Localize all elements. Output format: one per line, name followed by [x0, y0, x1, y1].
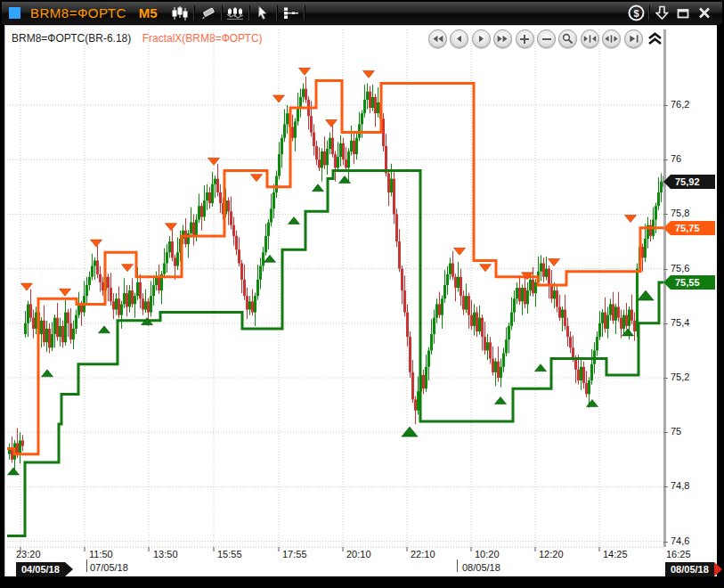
- candle-body: [64, 313, 67, 343]
- candlestick: [91, 254, 94, 281]
- collapse-toolbar-button[interactable]: [647, 32, 663, 45]
- instrument-label: BRM8=ФОРТС(BR-6.18): [12, 32, 131, 45]
- compress-horizontal-button[interactable]: [581, 29, 599, 48]
- scroll-to-end-button[interactable]: [624, 29, 643, 48]
- candlestick: [569, 331, 572, 353]
- candlestick: [176, 237, 179, 270]
- x-axis-time-label: 12:20: [539, 549, 564, 559]
- candlestick: [347, 148, 350, 181]
- candlestick: [195, 214, 198, 241]
- dollar-icon[interactable]: $: [625, 4, 647, 23]
- date-badge-text: 08/05/18: [665, 562, 714, 576]
- app-icon: [9, 7, 20, 19]
- x-axis-date-label: 07/05/18: [90, 562, 128, 573]
- candlestick: [443, 270, 446, 303]
- price-plot[interactable]: [7, 29, 663, 551]
- candlestick: [622, 310, 625, 335]
- candle-body: [518, 288, 521, 301]
- candlestick: [216, 164, 219, 197]
- candlestick: [139, 274, 142, 308]
- chart-toolbar: [168, 2, 306, 24]
- candle-body: [136, 282, 139, 296]
- candlestick: [51, 322, 53, 351]
- y-axis-tick: [663, 432, 668, 433]
- candlestick: [337, 142, 339, 172]
- y-axis-tick: [663, 159, 668, 160]
- candlestick: [56, 303, 59, 341]
- candle-body: [655, 206, 657, 219]
- candle-body: [67, 313, 69, 323]
- candlestick: [155, 272, 158, 290]
- candle-body: [24, 323, 27, 334]
- candlestick: [411, 360, 414, 403]
- candle-body: [449, 263, 451, 274]
- candlestick: [248, 296, 251, 314]
- candle-body: [377, 102, 379, 113]
- candlestick-chart-icon[interactable]: [168, 4, 191, 23]
- candlestick: [363, 85, 366, 118]
- restore-icon[interactable]: [672, 4, 694, 23]
- fractal-marker-down: [549, 259, 560, 266]
- cursor-icon[interactable]: [251, 4, 274, 23]
- candlestick: [48, 323, 51, 354]
- candlestick: [398, 229, 401, 272]
- candlestick: [238, 237, 240, 266]
- candle-body: [542, 263, 545, 276]
- x-axis-time-label: 16:25: [666, 549, 691, 559]
- fractal-marker-up: [587, 399, 598, 406]
- candle-body: [29, 304, 32, 317]
- candle-body: [489, 342, 492, 358]
- candlestick: [406, 304, 409, 346]
- scroll-right-button[interactable]: [472, 29, 491, 48]
- candle-body: [473, 313, 476, 326]
- candlestick: [168, 236, 171, 257]
- candle-body: [363, 100, 366, 113]
- candle-body: [406, 313, 409, 338]
- candlestick: [433, 310, 435, 344]
- title-bar[interactable]: BRM8=ФОРТС М5 $: [2, 2, 722, 24]
- candle-body: [548, 269, 550, 285]
- candlestick: [508, 323, 510, 353]
- candle-body: [443, 285, 446, 298]
- zoom-in-button[interactable]: [516, 29, 534, 48]
- chart-window: BRM8=ФОРТС М5 $ BRM8=ФОРТС(BR-6.18) Frac…: [0, 0, 724, 588]
- candle-body: [569, 337, 572, 347]
- candle-body: [59, 326, 61, 337]
- candle-body: [387, 174, 390, 192]
- fractal-marker-down: [91, 240, 102, 247]
- download-arrow-icon[interactable]: [651, 4, 672, 23]
- candlestick: [614, 304, 617, 334]
- candle-body: [208, 192, 211, 203]
- scroll-fast-left-button[interactable]: [428, 29, 447, 48]
- candle-body: [574, 359, 577, 370]
- fractal-marker-down: [480, 265, 492, 272]
- y-axis-label: 75,2: [671, 372, 689, 382]
- close-icon[interactable]: [694, 4, 715, 23]
- candlestick: [449, 257, 451, 279]
- candlestick: [358, 112, 361, 142]
- candle-body: [326, 149, 329, 165]
- candle-body: [521, 288, 524, 301]
- candle-body: [532, 280, 534, 293]
- candlestick: [243, 265, 246, 300]
- x-axis-time-label: 10:20: [475, 549, 500, 559]
- candle-body: [441, 298, 443, 314]
- indicator-levels-icon[interactable]: [279, 4, 302, 23]
- zoom-out-button[interactable]: [537, 29, 556, 48]
- candle-body: [604, 313, 606, 329]
- candlestick: [313, 124, 315, 155]
- candle-body: [390, 179, 393, 192]
- candle-body: [462, 296, 465, 309]
- candle-body: [644, 239, 647, 257]
- fractal-marker-down: [326, 119, 338, 127]
- candlestick: [430, 319, 433, 355]
- candle-body: [321, 151, 323, 167]
- pencil-icon[interactable]: [196, 4, 219, 23]
- volume-profile-icon[interactable]: [224, 4, 247, 23]
- candlestick: [85, 277, 88, 306]
- candle-body: [628, 310, 630, 326]
- y-axis-label: 74,8: [671, 480, 689, 491]
- candlestick: [118, 286, 120, 318]
- candlestick: [134, 293, 136, 318]
- candle-body: [227, 200, 230, 211]
